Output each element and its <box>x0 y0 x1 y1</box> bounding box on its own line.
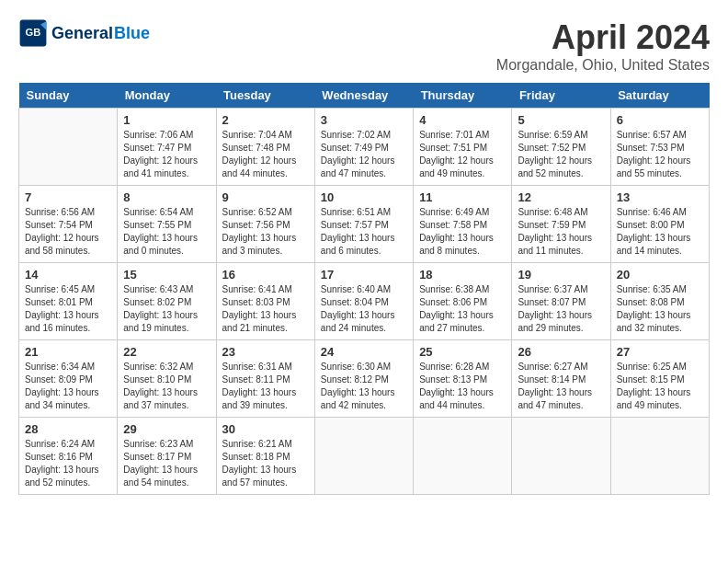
calendar-cell: 24Sunrise: 6:30 AMSunset: 8:12 PMDayligh… <box>314 340 413 418</box>
day-info: Sunrise: 6:45 AMSunset: 8:01 PMDaylight:… <box>25 283 111 335</box>
calendar-cell: 19Sunrise: 6:37 AMSunset: 8:07 PMDayligh… <box>512 263 610 340</box>
page-header: GB General Blue April 2024 Morgandale, O… <box>18 18 710 74</box>
day-number: 22 <box>123 345 210 359</box>
day-info: Sunrise: 7:01 AMSunset: 7:51 PMDaylight:… <box>419 129 506 180</box>
day-number: 8 <box>123 190 210 204</box>
day-number: 28 <box>25 422 111 436</box>
day-number: 1 <box>123 113 210 127</box>
day-info: Sunrise: 6:56 AMSunset: 7:54 PMDaylight:… <box>25 206 111 258</box>
day-info: Sunrise: 6:28 AMSunset: 8:13 PMDaylight:… <box>419 361 506 412</box>
day-number: 12 <box>518 190 604 204</box>
weekday-header-sunday: Sunday <box>19 83 118 109</box>
day-number: 27 <box>617 345 703 359</box>
calendar-cell: 23Sunrise: 6:31 AMSunset: 8:11 PMDayligh… <box>216 340 314 418</box>
calendar-cell: 2Sunrise: 7:04 AMSunset: 7:48 PMDaylight… <box>216 109 314 186</box>
day-number: 18 <box>419 268 506 282</box>
day-number: 5 <box>518 113 604 127</box>
day-number: 24 <box>321 345 407 359</box>
calendar-cell: 20Sunrise: 6:35 AMSunset: 8:08 PMDayligh… <box>610 263 709 340</box>
logo: GB General Blue <box>18 18 150 48</box>
calendar-week-row: 21Sunrise: 6:34 AMSunset: 8:09 PMDayligh… <box>19 340 710 418</box>
calendar-cell: 4Sunrise: 7:01 AMSunset: 7:51 PMDaylight… <box>414 109 512 186</box>
day-number: 14 <box>25 268 111 282</box>
weekday-header-wednesday: Wednesday <box>314 83 413 109</box>
day-info: Sunrise: 6:48 AMSunset: 7:59 PMDaylight:… <box>518 206 604 258</box>
calendar-cell: 30Sunrise: 6:21 AMSunset: 8:18 PMDayligh… <box>216 418 314 495</box>
day-number: 23 <box>222 345 309 359</box>
day-info: Sunrise: 6:46 AMSunset: 8:00 PMDaylight:… <box>617 206 703 258</box>
day-info: Sunrise: 6:23 AMSunset: 8:17 PMDaylight:… <box>123 438 210 489</box>
calendar-week-row: 7Sunrise: 6:56 AMSunset: 7:54 PMDaylight… <box>19 186 710 263</box>
calendar-cell: 26Sunrise: 6:27 AMSunset: 8:14 PMDayligh… <box>512 340 610 418</box>
calendar-cell: 22Sunrise: 6:32 AMSunset: 8:10 PMDayligh… <box>118 340 216 418</box>
calendar-cell <box>414 418 512 495</box>
day-number: 11 <box>419 190 506 204</box>
calendar-cell: 10Sunrise: 6:51 AMSunset: 7:57 PMDayligh… <box>314 186 413 263</box>
day-number: 10 <box>321 190 407 204</box>
weekday-header-thursday: Thursday <box>414 83 512 109</box>
day-info: Sunrise: 6:54 AMSunset: 7:55 PMDaylight:… <box>123 206 210 258</box>
day-info: Sunrise: 6:57 AMSunset: 7:53 PMDaylight:… <box>617 129 703 180</box>
logo-text-blue: Blue <box>114 24 150 43</box>
day-info: Sunrise: 6:37 AMSunset: 8:07 PMDaylight:… <box>518 283 604 335</box>
day-info: Sunrise: 6:38 AMSunset: 8:06 PMDaylight:… <box>419 283 506 335</box>
day-info: Sunrise: 6:32 AMSunset: 8:10 PMDaylight:… <box>123 361 210 412</box>
day-number: 13 <box>617 190 703 204</box>
calendar-cell: 27Sunrise: 6:25 AMSunset: 8:15 PMDayligh… <box>610 340 709 418</box>
day-info: Sunrise: 6:30 AMSunset: 8:12 PMDaylight:… <box>321 361 407 412</box>
day-info: Sunrise: 6:34 AMSunset: 8:09 PMDaylight:… <box>25 361 111 412</box>
calendar-cell <box>512 418 610 495</box>
day-number: 29 <box>123 422 210 436</box>
day-info: Sunrise: 6:21 AMSunset: 8:18 PMDaylight:… <box>222 438 309 489</box>
day-info: Sunrise: 6:40 AMSunset: 8:04 PMDaylight:… <box>321 283 407 335</box>
day-info: Sunrise: 6:35 AMSunset: 8:08 PMDaylight:… <box>617 283 703 335</box>
calendar-cell: 15Sunrise: 6:43 AMSunset: 8:02 PMDayligh… <box>118 263 216 340</box>
calendar-cell: 14Sunrise: 6:45 AMSunset: 8:01 PMDayligh… <box>19 263 118 340</box>
day-info: Sunrise: 6:52 AMSunset: 7:56 PMDaylight:… <box>222 206 309 258</box>
calendar-cell: 28Sunrise: 6:24 AMSunset: 8:16 PMDayligh… <box>19 418 118 495</box>
calendar-header-row: SundayMondayTuesdayWednesdayThursdayFrid… <box>19 83 710 109</box>
calendar-cell: 21Sunrise: 6:34 AMSunset: 8:09 PMDayligh… <box>19 340 118 418</box>
day-number: 21 <box>25 345 111 359</box>
day-number: 2 <box>222 113 309 127</box>
calendar-cell: 6Sunrise: 6:57 AMSunset: 7:53 PMDaylight… <box>610 109 709 186</box>
calendar-cell <box>314 418 413 495</box>
calendar-week-row: 28Sunrise: 6:24 AMSunset: 8:16 PMDayligh… <box>19 418 710 495</box>
calendar-cell <box>610 418 709 495</box>
day-info: Sunrise: 6:43 AMSunset: 8:02 PMDaylight:… <box>123 283 210 335</box>
calendar-cell: 13Sunrise: 6:46 AMSunset: 8:00 PMDayligh… <box>610 186 709 263</box>
calendar-week-row: 1Sunrise: 7:06 AMSunset: 7:47 PMDaylight… <box>19 109 710 186</box>
day-number: 15 <box>123 268 210 282</box>
day-number: 25 <box>419 345 506 359</box>
day-info: Sunrise: 6:41 AMSunset: 8:03 PMDaylight:… <box>222 283 309 335</box>
day-info: Sunrise: 6:49 AMSunset: 7:58 PMDaylight:… <box>419 206 506 258</box>
calendar-cell: 16Sunrise: 6:41 AMSunset: 8:03 PMDayligh… <box>216 263 314 340</box>
day-number: 4 <box>419 113 506 127</box>
calendar-cell: 8Sunrise: 6:54 AMSunset: 7:55 PMDaylight… <box>118 186 216 263</box>
calendar-body: 1Sunrise: 7:06 AMSunset: 7:47 PMDaylight… <box>19 109 710 495</box>
calendar-cell: 17Sunrise: 6:40 AMSunset: 8:04 PMDayligh… <box>314 263 413 340</box>
calendar-cell: 7Sunrise: 6:56 AMSunset: 7:54 PMDaylight… <box>19 186 118 263</box>
calendar-cell: 12Sunrise: 6:48 AMSunset: 7:59 PMDayligh… <box>512 186 610 263</box>
day-info: Sunrise: 6:59 AMSunset: 7:52 PMDaylight:… <box>518 129 604 180</box>
day-info: Sunrise: 7:02 AMSunset: 7:49 PMDaylight:… <box>321 129 407 180</box>
day-number: 19 <box>518 268 604 282</box>
day-number: 17 <box>321 268 407 282</box>
day-number: 26 <box>518 345 604 359</box>
weekday-header-monday: Monday <box>118 83 216 109</box>
day-number: 20 <box>617 268 703 282</box>
calendar-cell: 25Sunrise: 6:28 AMSunset: 8:13 PMDayligh… <box>414 340 512 418</box>
day-number: 3 <box>321 113 407 127</box>
day-number: 16 <box>222 268 309 282</box>
day-number: 7 <box>25 190 111 204</box>
calendar-cell <box>19 109 118 186</box>
day-number: 9 <box>222 190 309 204</box>
day-info: Sunrise: 7:04 AMSunset: 7:48 PMDaylight:… <box>222 129 309 180</box>
day-info: Sunrise: 6:25 AMSunset: 8:15 PMDaylight:… <box>617 361 703 412</box>
day-number: 6 <box>617 113 703 127</box>
title-block: April 2024 Morgandale, Ohio, United Stat… <box>496 18 710 74</box>
calendar-cell: 11Sunrise: 6:49 AMSunset: 7:58 PMDayligh… <box>414 186 512 263</box>
day-info: Sunrise: 6:24 AMSunset: 8:16 PMDaylight:… <box>25 438 111 489</box>
day-info: Sunrise: 6:27 AMSunset: 8:14 PMDaylight:… <box>518 361 604 412</box>
calendar-cell: 5Sunrise: 6:59 AMSunset: 7:52 PMDaylight… <box>512 109 610 186</box>
